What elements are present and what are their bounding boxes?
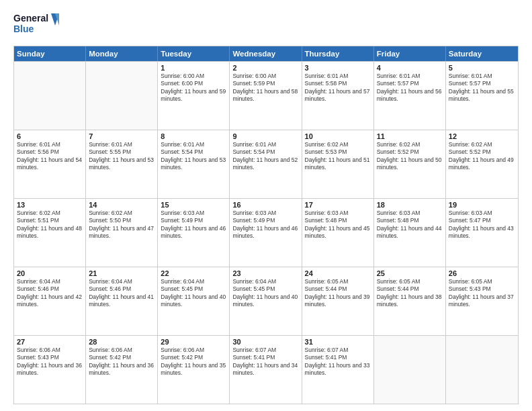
day-number: 19	[449, 201, 515, 209]
calendar-header-cell: Tuesday	[158, 46, 230, 61]
calendar-cell: 29Sunrise: 6:06 AM Sunset: 5:42 PM Dayli…	[158, 336, 230, 404]
calendar-cell: 11Sunrise: 6:02 AM Sunset: 5:52 PM Dayli…	[374, 130, 446, 198]
calendar-cell	[374, 336, 446, 404]
day-number: 18	[377, 201, 443, 209]
day-number: 21	[89, 269, 154, 277]
day-info: Sunrise: 6:06 AM Sunset: 5:42 PM Dayligh…	[161, 347, 226, 377]
day-number: 4	[377, 64, 443, 72]
calendar-week: 27Sunrise: 6:06 AM Sunset: 5:43 PM Dayli…	[14, 335, 518, 404]
day-number: 3	[305, 64, 371, 72]
page: General Blue SundayMondayTuesdayWednesda…	[0, 0, 532, 411]
calendar-cell	[446, 336, 518, 404]
day-info: Sunrise: 6:03 AM Sunset: 5:48 PM Dayligh…	[377, 210, 443, 240]
calendar-header: SundayMondayTuesdayWednesdayThursdayFrid…	[14, 46, 518, 61]
day-number: 25	[377, 269, 443, 277]
day-info: Sunrise: 6:03 AM Sunset: 5:47 PM Dayligh…	[449, 210, 515, 240]
calendar-header-cell: Wednesday	[230, 46, 302, 61]
calendar-cell: 5Sunrise: 6:01 AM Sunset: 5:57 PM Daylig…	[446, 62, 518, 130]
day-info: Sunrise: 6:01 AM Sunset: 5:55 PM Dayligh…	[89, 141, 154, 172]
calendar-cell: 28Sunrise: 6:06 AM Sunset: 5:42 PM Dayli…	[86, 336, 158, 404]
calendar-header-cell: Saturday	[446, 46, 518, 61]
day-number: 13	[17, 201, 83, 209]
day-info: Sunrise: 6:06 AM Sunset: 5:42 PM Dayligh…	[89, 347, 154, 377]
day-info: Sunrise: 6:03 AM Sunset: 5:49 PM Dayligh…	[232, 210, 298, 240]
calendar-cell: 4Sunrise: 6:01 AM Sunset: 5:57 PM Daylig…	[374, 62, 446, 130]
day-info: Sunrise: 6:04 AM Sunset: 5:45 PM Dayligh…	[232, 278, 298, 309]
day-number: 14	[89, 201, 154, 209]
day-info: Sunrise: 6:00 AM Sunset: 6:00 PM Dayligh…	[161, 73, 226, 103]
calendar-week: 13Sunrise: 6:02 AM Sunset: 5:51 PM Dayli…	[14, 198, 518, 267]
calendar-cell	[14, 62, 86, 130]
day-number: 7	[89, 132, 154, 140]
day-info: Sunrise: 6:01 AM Sunset: 5:54 PM Dayligh…	[232, 141, 298, 172]
day-number: 2	[232, 64, 298, 72]
calendar-body: 1Sunrise: 6:00 AM Sunset: 6:00 PM Daylig…	[14, 61, 518, 404]
day-info: Sunrise: 6:02 AM Sunset: 5:50 PM Dayligh…	[89, 210, 154, 240]
calendar-cell: 9Sunrise: 6:01 AM Sunset: 5:54 PM Daylig…	[230, 130, 302, 198]
day-info: Sunrise: 6:01 AM Sunset: 5:58 PM Dayligh…	[305, 73, 371, 103]
day-number: 27	[17, 338, 83, 346]
logo-svg: General Blue	[13, 11, 60, 39]
calendar-cell: 17Sunrise: 6:03 AM Sunset: 5:48 PM Dayli…	[302, 199, 374, 267]
day-info: Sunrise: 6:04 AM Sunset: 5:45 PM Dayligh…	[161, 278, 226, 309]
header: General Blue	[13, 11, 519, 39]
day-info: Sunrise: 6:02 AM Sunset: 5:52 PM Dayligh…	[377, 141, 443, 172]
svg-text:Blue: Blue	[13, 24, 34, 34]
calendar-cell: 3Sunrise: 6:01 AM Sunset: 5:58 PM Daylig…	[302, 62, 374, 130]
day-number: 9	[232, 132, 298, 140]
day-number: 30	[232, 338, 298, 346]
day-number: 5	[449, 64, 515, 72]
calendar-cell: 13Sunrise: 6:02 AM Sunset: 5:51 PM Dayli…	[14, 199, 86, 267]
calendar-cell	[86, 62, 158, 130]
day-info: Sunrise: 6:01 AM Sunset: 5:57 PM Dayligh…	[377, 73, 443, 103]
day-number: 28	[89, 338, 154, 346]
day-info: Sunrise: 6:01 AM Sunset: 5:54 PM Dayligh…	[161, 141, 226, 172]
day-number: 11	[377, 132, 443, 140]
day-info: Sunrise: 6:02 AM Sunset: 5:51 PM Dayligh…	[17, 210, 83, 240]
calendar-cell: 20Sunrise: 6:04 AM Sunset: 5:46 PM Dayli…	[14, 267, 86, 335]
calendar-cell: 12Sunrise: 6:02 AM Sunset: 5:52 PM Dayli…	[446, 130, 518, 198]
calendar-cell: 2Sunrise: 6:00 AM Sunset: 5:59 PM Daylig…	[230, 62, 302, 130]
calendar-cell: 31Sunrise: 6:07 AM Sunset: 5:41 PM Dayli…	[302, 336, 374, 404]
day-number: 8	[161, 132, 226, 140]
calendar-cell: 8Sunrise: 6:01 AM Sunset: 5:54 PM Daylig…	[158, 130, 230, 198]
day-info: Sunrise: 6:07 AM Sunset: 5:41 PM Dayligh…	[232, 347, 298, 377]
calendar-cell: 24Sunrise: 6:05 AM Sunset: 5:44 PM Dayli…	[302, 267, 374, 335]
day-info: Sunrise: 6:05 AM Sunset: 5:44 PM Dayligh…	[305, 278, 371, 309]
day-info: Sunrise: 6:03 AM Sunset: 5:48 PM Dayligh…	[305, 210, 371, 240]
day-info: Sunrise: 6:07 AM Sunset: 5:41 PM Dayligh…	[305, 347, 371, 377]
day-number: 15	[161, 201, 226, 209]
day-info: Sunrise: 6:00 AM Sunset: 5:59 PM Dayligh…	[232, 73, 298, 103]
day-info: Sunrise: 6:02 AM Sunset: 5:53 PM Dayligh…	[305, 141, 371, 172]
calendar-header-cell: Monday	[86, 46, 158, 61]
logo: General Blue	[13, 11, 60, 39]
calendar-cell: 19Sunrise: 6:03 AM Sunset: 5:47 PM Dayli…	[446, 199, 518, 267]
calendar-cell: 22Sunrise: 6:04 AM Sunset: 5:45 PM Dayli…	[158, 267, 230, 335]
calendar-cell: 27Sunrise: 6:06 AM Sunset: 5:43 PM Dayli…	[14, 336, 86, 404]
calendar-cell: 10Sunrise: 6:02 AM Sunset: 5:53 PM Dayli…	[302, 130, 374, 198]
day-info: Sunrise: 6:05 AM Sunset: 5:44 PM Dayligh…	[377, 278, 443, 309]
calendar-cell: 25Sunrise: 6:05 AM Sunset: 5:44 PM Dayli…	[374, 267, 446, 335]
calendar-cell: 6Sunrise: 6:01 AM Sunset: 5:56 PM Daylig…	[14, 130, 86, 198]
calendar-week: 1Sunrise: 6:00 AM Sunset: 6:00 PM Daylig…	[14, 61, 518, 130]
calendar-cell: 26Sunrise: 6:05 AM Sunset: 5:43 PM Dayli…	[446, 267, 518, 335]
calendar-cell: 21Sunrise: 6:04 AM Sunset: 5:46 PM Dayli…	[86, 267, 158, 335]
day-number: 16	[232, 201, 298, 209]
calendar: SundayMondayTuesdayWednesdayThursdayFrid…	[13, 46, 519, 404]
calendar-header-cell: Sunday	[14, 46, 86, 61]
day-number: 22	[161, 269, 226, 277]
day-info: Sunrise: 6:05 AM Sunset: 5:43 PM Dayligh…	[449, 278, 515, 309]
day-info: Sunrise: 6:01 AM Sunset: 5:56 PM Dayligh…	[17, 141, 83, 172]
day-number: 20	[17, 269, 83, 277]
day-number: 26	[449, 269, 515, 277]
calendar-cell: 7Sunrise: 6:01 AM Sunset: 5:55 PM Daylig…	[86, 130, 158, 198]
day-number: 12	[449, 132, 515, 140]
calendar-cell: 16Sunrise: 6:03 AM Sunset: 5:49 PM Dayli…	[230, 199, 302, 267]
calendar-cell: 15Sunrise: 6:03 AM Sunset: 5:49 PM Dayli…	[158, 199, 230, 267]
day-number: 31	[305, 338, 371, 346]
day-number: 29	[161, 338, 226, 346]
day-number: 6	[17, 132, 83, 140]
day-info: Sunrise: 6:06 AM Sunset: 5:43 PM Dayligh…	[17, 347, 83, 377]
calendar-cell: 1Sunrise: 6:00 AM Sunset: 6:00 PM Daylig…	[158, 62, 230, 130]
calendar-cell: 23Sunrise: 6:04 AM Sunset: 5:45 PM Dayli…	[230, 267, 302, 335]
